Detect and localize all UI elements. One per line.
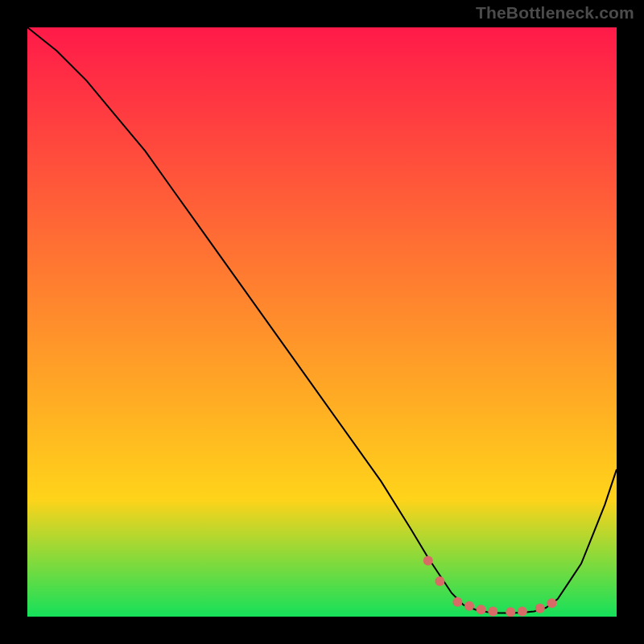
highlight-dot bbox=[488, 606, 497, 616]
highlight-dot bbox=[464, 601, 474, 611]
watermark-text: TheBottleneck.com bbox=[476, 3, 634, 23]
highlight-dot bbox=[518, 606, 527, 616]
chart-svg bbox=[27, 27, 617, 617]
highlight-dot bbox=[477, 605, 486, 614]
highlight-dot bbox=[435, 576, 444, 586]
highlight-dot bbox=[452, 597, 462, 607]
highlight-dot bbox=[506, 607, 515, 617]
chart-frame: TheBottleneck.com bbox=[0, 0, 644, 644]
highlight-dot bbox=[423, 555, 433, 565]
highlight-dot bbox=[535, 604, 545, 613]
plot-area bbox=[27, 27, 617, 617]
highlight-dot bbox=[547, 598, 556, 608]
